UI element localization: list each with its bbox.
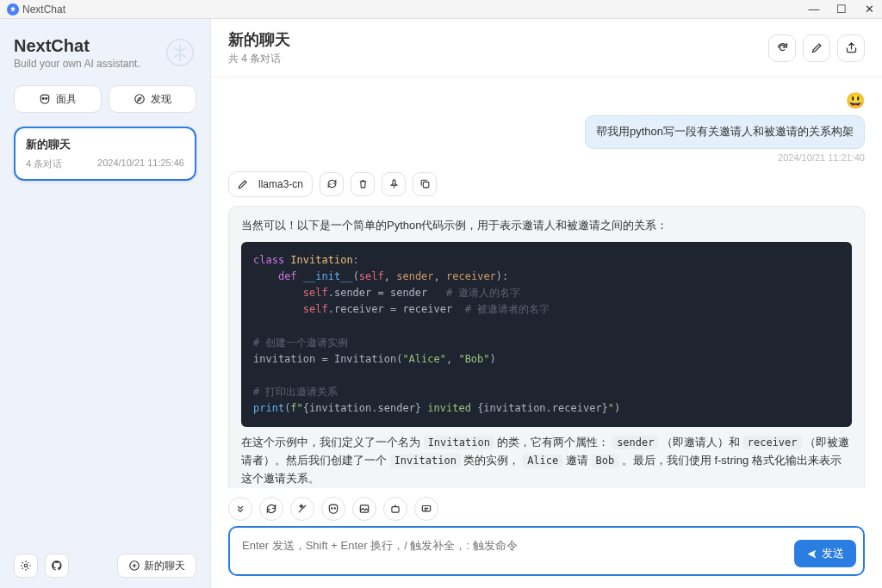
pin-button[interactable]	[382, 172, 406, 196]
code-block: class Invitation: def __init__(self, sen…	[241, 242, 852, 428]
svg-point-3	[135, 95, 145, 104]
user-avatar: 😃	[846, 91, 865, 110]
assistant-para2: 在这个示例中，我们定义了一个名为 Invitation 的类，它有两个属性： s…	[241, 434, 852, 487]
gear-icon	[20, 560, 32, 572]
image-button[interactable]	[352, 497, 376, 521]
app-logo-icon	[7, 3, 19, 15]
mask-tool-button[interactable]	[321, 497, 345, 521]
model-row: llama3-cn	[228, 171, 865, 197]
svg-point-4	[24, 564, 28, 567]
delete-button[interactable]	[351, 172, 375, 196]
titlebar: NextChat — ☐ ✕	[0, 0, 882, 19]
main-panel: 新的聊天 共 4 条对话 😃 帮我用python写一段有关邀请人和被邀请的关系构…	[210, 19, 882, 588]
app-title: NextChat	[22, 3, 65, 15]
svg-point-2	[46, 98, 47, 100]
robot-button[interactable]	[383, 497, 407, 521]
reload-icon	[776, 41, 789, 54]
pin-icon	[388, 178, 400, 189]
settings-button[interactable]	[14, 554, 38, 578]
page-subtitle: 共 4 条对话	[228, 52, 290, 66]
compose-area: 发送	[211, 526, 882, 588]
model-pill[interactable]: llama3-cn	[228, 171, 313, 197]
reload-button[interactable]	[768, 34, 796, 62]
svg-rect-10	[392, 507, 399, 512]
chevrons-down-icon	[234, 503, 246, 515]
sync-button[interactable]	[259, 497, 283, 521]
user-timestamp: 2024/10/21 11:21:40	[778, 152, 865, 163]
svg-point-8	[334, 508, 335, 509]
maximize-button[interactable]: ☐	[835, 3, 848, 15]
brand-tagline: Build your own AI assistant.	[14, 58, 140, 70]
send-icon	[806, 548, 817, 560]
image-icon	[358, 503, 370, 515]
model-name: llama3-cn	[258, 178, 303, 190]
share-icon	[845, 41, 858, 54]
magic-button[interactable]	[290, 497, 314, 521]
chat-item-title: 新的聊天	[26, 137, 184, 152]
pencil-icon	[811, 41, 823, 54]
sidebar: NextChat Build your own AI assistant. 面具…	[0, 19, 210, 588]
regenerate-button[interactable]	[320, 172, 344, 196]
messages-container: 😃 帮我用python写一段有关邀请人和被邀请的关系构架 2024/10/21 …	[211, 77, 882, 488]
brand-icon	[164, 36, 196, 69]
page-title: 新的聊天	[228, 29, 290, 50]
copy-icon	[419, 178, 431, 189]
brand-title: NextChat	[14, 36, 140, 56]
user-message: 帮我用python写一段有关邀请人和被邀请的关系构架	[585, 115, 865, 149]
chat-icon	[420, 503, 432, 515]
trash-icon	[357, 178, 369, 189]
compose-toolbar	[211, 488, 882, 526]
chat-button[interactable]	[414, 497, 438, 521]
close-button[interactable]: ✕	[863, 3, 875, 15]
collapse-button[interactable]	[228, 497, 252, 521]
robot-icon	[389, 503, 401, 515]
plus-circle-icon	[128, 560, 140, 572]
message-input[interactable]	[237, 535, 856, 567]
svg-rect-6	[423, 183, 429, 189]
magic-icon	[296, 503, 308, 515]
copy-button[interactable]	[413, 172, 437, 196]
assistant-message: 当然可以！以下是一个简单的Python代码示例，用于表示邀请人和被邀请之间的关系…	[228, 206, 865, 488]
assistant-intro: 当然可以！以下是一个简单的Python代码示例，用于表示邀请人和被邀请之间的关系…	[241, 217, 852, 235]
send-button[interactable]: 发送	[794, 540, 856, 567]
sync-icon	[265, 503, 277, 515]
discover-button[interactable]: 发现	[109, 85, 196, 113]
mask-icon	[39, 93, 51, 105]
chat-list-item[interactable]: 新的聊天 4 条对话 2024/10/21 11:25:46	[14, 127, 196, 181]
svg-point-1	[42, 98, 44, 100]
share-button[interactable]	[837, 34, 865, 62]
new-chat-button[interactable]: 新的聊天	[117, 554, 196, 578]
compass-icon	[134, 93, 146, 105]
mask-tool-icon	[327, 503, 339, 515]
chat-item-time: 2024/10/21 11:25:46	[97, 158, 184, 170]
refresh-icon	[326, 178, 338, 189]
svg-rect-9	[360, 505, 368, 512]
mask-button[interactable]: 面具	[14, 85, 102, 113]
svg-point-7	[332, 508, 332, 509]
chat-header: 新的聊天 共 4 条对话	[211, 19, 882, 77]
chat-item-count: 4 条对话	[26, 158, 62, 170]
model-edit-icon	[234, 176, 252, 193]
edit-button[interactable]	[803, 34, 830, 62]
github-icon	[51, 560, 63, 572]
github-button[interactable]	[45, 554, 69, 578]
minimize-button[interactable]: —	[808, 3, 820, 15]
